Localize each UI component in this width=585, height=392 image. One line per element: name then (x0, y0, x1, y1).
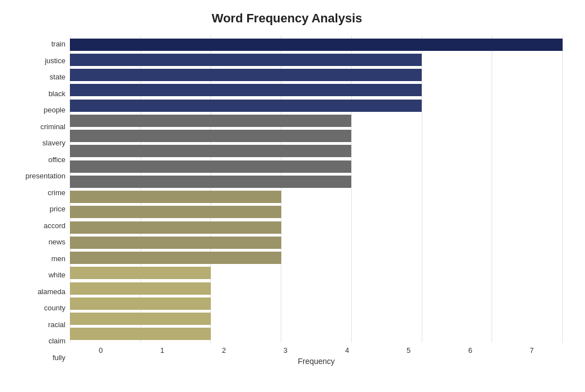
y-label: white (49, 268, 65, 282)
bar (70, 297, 211, 310)
y-label: train (51, 37, 65, 51)
bar-row (70, 53, 563, 67)
y-label: state (50, 70, 65, 84)
bar-row (70, 221, 563, 234)
chart-area: trainjusticestateblackpeoplecriminalslav… (11, 36, 563, 366)
y-label: people (44, 103, 65, 117)
y-label: racial (48, 317, 65, 332)
bar (70, 237, 281, 249)
bar (70, 115, 351, 127)
bar-row (70, 266, 563, 280)
x-axis-area: 01234567 Frequency (70, 343, 563, 366)
bar (70, 252, 281, 264)
bar (70, 145, 351, 157)
x-tick-label: 2 (193, 346, 254, 355)
bar (70, 130, 351, 142)
bar (70, 100, 422, 112)
y-axis-labels: trainjusticestateblackpeoplecriminalslav… (11, 36, 70, 366)
chart-container: Word Frequency Analysis trainjusticestat… (0, 0, 585, 392)
bar (70, 160, 351, 173)
y-label: county (44, 301, 65, 315)
bar (70, 39, 563, 51)
x-tick-label: 7 (501, 346, 563, 355)
y-label: alameda (37, 284, 65, 299)
y-label: claim (49, 334, 65, 348)
y-label: criminal (40, 119, 65, 134)
bar-row (70, 312, 563, 325)
x-tick-label: 5 (378, 346, 440, 355)
bar-row (70, 144, 563, 158)
bar-row (70, 282, 563, 295)
bar (70, 221, 281, 234)
y-label: news (49, 235, 65, 249)
y-label: office (48, 152, 65, 167)
bar-row (70, 114, 563, 127)
x-tick-label: 3 (254, 346, 316, 355)
y-label: fully (53, 350, 65, 365)
y-label: men (51, 251, 65, 266)
bar-row (70, 99, 563, 112)
bar (70, 313, 211, 325)
bar-row (70, 38, 563, 51)
bar (70, 267, 211, 279)
x-tick-label: 0 (70, 346, 131, 355)
bar (70, 69, 422, 81)
bar (70, 282, 211, 295)
bar-row (70, 160, 563, 173)
bar-row (70, 190, 563, 204)
bar-row (70, 68, 563, 82)
bar-row (70, 129, 563, 143)
x-tick-label: 1 (131, 346, 193, 355)
bars-wrapper (70, 36, 563, 343)
x-tick-label: 4 (317, 346, 378, 355)
bar (70, 54, 422, 66)
bar-row (70, 327, 563, 341)
grid-and-bars (70, 36, 563, 343)
bar-row (70, 251, 563, 265)
plot-area: 01234567 Frequency (70, 36, 563, 366)
y-label: slavery (43, 136, 65, 150)
bar-row (70, 236, 563, 249)
x-axis-labels: 01234567 (70, 346, 563, 355)
bar (70, 206, 281, 218)
bar (70, 328, 211, 340)
bar (70, 191, 281, 203)
bar (70, 84, 422, 96)
x-tick-label: 6 (440, 346, 501, 355)
bar-row (70, 205, 563, 219)
y-label: crime (48, 185, 65, 200)
y-label: accord (44, 218, 65, 233)
y-label: justice (45, 53, 65, 68)
bar-row (70, 175, 563, 188)
bar (70, 176, 351, 188)
y-label: presentation (25, 169, 65, 183)
x-axis-title: Frequency (70, 357, 563, 366)
bar-row (70, 297, 563, 310)
y-label: black (49, 86, 65, 101)
chart-title: Word Frequency Analysis (11, 11, 563, 26)
y-label: price (50, 202, 65, 216)
bar-row (70, 83, 563, 97)
